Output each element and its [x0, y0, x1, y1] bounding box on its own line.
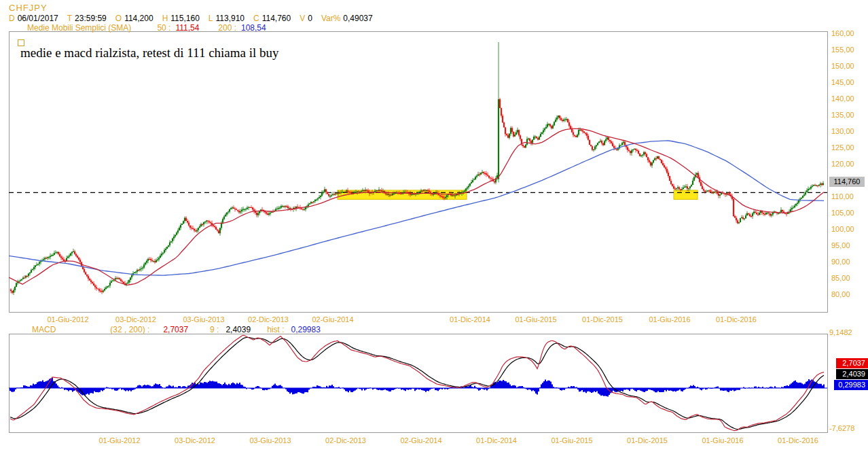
date-tick-label: 03-Giu-2013 [249, 436, 291, 444]
ohlc-field-label: T [67, 14, 72, 23]
price-axis-tick: 85,00 [831, 274, 850, 282]
macd-hist-label: hist : [267, 325, 284, 334]
ohlc-row: D06/01/2017T23:59:59O114,200H115,160L113… [9, 14, 382, 23]
sma50-period-label: 50 : [157, 23, 170, 33]
macd-indicator-row: MACD (32 , 200) : 2,7037 9 : 2,4039 hist… [32, 325, 321, 334]
ohlc-field-label: Var% [321, 14, 340, 23]
macd-params: (32 , 200) : [110, 325, 149, 334]
macd-axis-max: 9,1482 [829, 328, 852, 336]
price-axis-tick: 80,00 [831, 290, 850, 298]
date-tick-label: 01-Dic-2016 [778, 436, 818, 444]
sma-title: Medie Mobili Semplici (SMA) [27, 23, 131, 33]
date-tick-label: 01-Giu-2012 [98, 436, 140, 444]
ohlc-field-label: O [115, 14, 122, 23]
sma200-value: 108,54 [241, 23, 266, 33]
ohlc-field-value: 06/01/2017 [18, 14, 58, 23]
date-tick-label: 01-Giu-2016 [649, 315, 690, 324]
date-tick-label: 01-Dic-2015 [627, 436, 668, 444]
price-axis-tick: 95,00 [831, 241, 850, 249]
chart-graphics-canvas[interactable] [0, 0, 868, 454]
date-tick-label: 01-Dic-2016 [716, 315, 757, 324]
price-axis-tick: 120,00 [831, 160, 854, 168]
price-axis-tick: 160,00 [831, 29, 854, 37]
ohlc-field-value: 113,910 [216, 14, 245, 23]
macd-hist-value: 0,29983 [291, 325, 320, 334]
date-tick-label: 02-Dic-2013 [248, 315, 289, 324]
price-axis-tick: 145,00 [831, 78, 854, 86]
date-tick-label: 01-Giu-2016 [702, 436, 743, 444]
date-tick-label: 03-Dic-2012 [115, 315, 156, 324]
ohlc-field-label: L [209, 14, 213, 23]
date-tick-label: 03-Dic-2012 [175, 436, 215, 444]
date-tick-label: 02-Giu-2014 [400, 436, 441, 444]
macd-value-tag: 2,7037 [836, 358, 868, 368]
macd-value-tag: 0,29983 [834, 380, 868, 390]
price-axis-tick: 140,00 [831, 94, 854, 103]
date-tick-label: 01-Dic-2014 [476, 436, 517, 444]
ohlc-field-value: 0 [308, 14, 312, 23]
chart-annotation[interactable]: medie e macd rialzista, retest di 111 ch… [20, 46, 279, 60]
date-tick-label: 03-Giu-2013 [183, 315, 224, 324]
ohlc-field-label: H [162, 14, 168, 23]
date-tick-label: 01-Giu-2015 [551, 436, 592, 444]
ohlc-field-value: 0,49037 [343, 14, 372, 23]
ohlc-field-label: V [300, 14, 305, 23]
macd-axis-min: -7,6278 [829, 424, 854, 432]
macd-value: 2,7037 [163, 325, 188, 334]
ohlc-field-value: 114,760 [262, 14, 291, 23]
ohlc-field-label: C [253, 14, 259, 23]
date-tick-label: 02-Giu-2014 [312, 315, 353, 324]
price-axis-tick: 125,00 [831, 143, 854, 152]
date-tick-label: 01-Dic-2014 [450, 315, 490, 324]
symbol-title: CHFJPY [9, 3, 48, 13]
sma50-value: 111,54 [175, 23, 199, 33]
sma-indicator-row: Medie Mobili Semplici (SMA) 50 : 111,54 … [27, 23, 266, 33]
macd-value-tag: 2,4039 [836, 369, 868, 379]
price-axis-tick: 155,00 [831, 46, 854, 54]
trading-app-window: { "header": { "symbol": "CHFJPY", "ohlc"… [0, 0, 868, 454]
macd-title: MACD [32, 325, 56, 334]
macd-signal-label: 9 : [210, 325, 219, 334]
price-axis-tick: 110,00 [831, 192, 854, 200]
price-axis-tick: 135,00 [831, 111, 854, 119]
price-axis-tick: 150,00 [831, 62, 854, 70]
date-tick-label: 02-Dic-2013 [325, 436, 366, 444]
macd-signal-value: 2,4039 [225, 325, 251, 334]
date-tick-label: 01-Dic-2015 [582, 315, 623, 324]
price-axis-tick: 90,00 [831, 258, 850, 266]
ohlc-field-value: 115,160 [170, 14, 200, 23]
date-tick-label: 01-Giu-2012 [47, 315, 88, 324]
ohlc-field-value: 23:59:59 [75, 14, 107, 23]
ohlc-field-value: 114,200 [124, 14, 153, 23]
sma200-period-label: 200 : [218, 23, 236, 33]
price-axis-tick: 130,00 [831, 127, 854, 135]
price-axis-tick: 100,00 [831, 225, 854, 233]
price-axis-tick: 105,00 [831, 209, 854, 217]
date-tick-label: 01-Giu-2015 [515, 315, 556, 324]
last-price-tag: 114,760 [829, 177, 865, 187]
ohlc-field-label: D [9, 14, 15, 23]
